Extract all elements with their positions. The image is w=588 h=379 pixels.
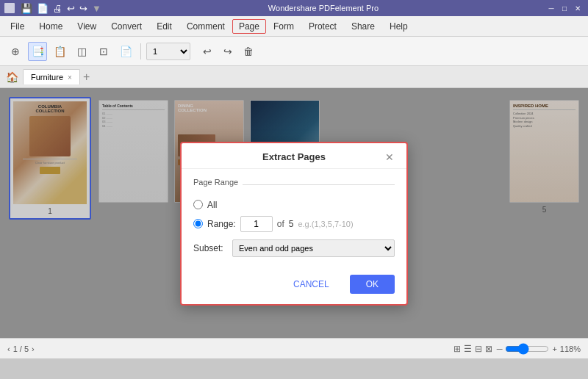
page-number-select[interactable]: 1 [146,43,190,60]
menu-comment[interactable]: Comment [179,18,232,35]
close-button[interactable]: ✕ [572,3,584,13]
range-hint: e.g.(1,3,5,7-10) [298,220,353,228]
page-info: 1 / 5 [13,344,29,353]
toolbar-btn-6[interactable]: 📄 [116,42,135,61]
toolbar-separator [140,43,141,59]
tab-bar: 🏠 Furniture × + [0,66,588,88]
dialog-overlay: Extract Pages ✕ Page Range All Range: [0,88,588,358]
range-of-label: of [277,219,284,229]
grid-view-icon[interactable]: ⊟ [475,344,482,354]
tab-close-button[interactable]: × [68,73,72,82]
range-radio[interactable] [193,219,203,228]
status-left: ‹ 1 / 5 › [7,344,35,353]
all-radio-label[interactable]: All [207,200,217,210]
undo-button[interactable]: ↩ [198,42,217,61]
app-icon [4,3,15,13]
thumbnail-view-icon[interactable]: ⊞ [453,344,461,354]
toolbar-btn-4[interactable]: ◫ [72,42,91,61]
main-content: COLUMBIACOLLECTION Chair furniture produ… [0,88,588,358]
toolbar-btn-1[interactable]: ⊕ [6,42,25,61]
tab-label: Furniture [31,73,63,82]
range-radio-label[interactable]: Range: [207,219,236,229]
subset-label: Subset: [193,243,226,253]
delete-button[interactable]: 🗑 [239,42,258,61]
new-tab-button[interactable]: + [83,71,90,84]
zoom-level: 118% [560,344,581,353]
home-icon[interactable]: 🏠 [6,71,18,83]
zoom-minus[interactable]: ─ [497,344,503,353]
status-right: ⊞ ☰ ⊟ ⊠ ─ + 118% [453,343,581,355]
maximize-button[interactable]: □ [559,3,570,13]
menu-convert[interactable]: Convert [104,18,149,35]
menu-bar: File Home View Convert Edit Comment Page… [0,16,588,37]
list-view-icon[interactable]: ☰ [464,344,472,354]
status-icons: ⊞ ☰ ⊟ ⊠ [453,344,492,354]
cancel-button[interactable]: CANCEL [279,275,344,294]
title-bar-left: 💾 📄 🖨 ↩ ↪ ▼ [4,3,101,14]
dialog-header: Extract Pages ✕ [182,143,406,169]
dialog-close-button[interactable]: ✕ [383,151,396,164]
menu-edit[interactable]: Edit [149,18,179,35]
toolbar-nav: ↩ ↪ 🗑 [198,42,258,61]
subset-row: Subset: Even and odd pages Even pages on… [193,239,395,257]
window-title: Wondershare PDFelement Pro [101,4,545,12]
range-total: 5 [289,219,294,229]
subset-select[interactable]: Even and odd pages Even pages only Odd p… [232,239,395,257]
redo-button[interactable]: ↪ [218,42,237,61]
range-radio-row: Range: of 5 e.g.(1,3,5,7-10) [193,216,395,232]
menu-help[interactable]: Help [382,18,415,35]
layout-view-icon[interactable]: ⊠ [485,344,492,354]
window-controls[interactable]: ─ □ ✕ [545,3,584,13]
menu-file[interactable]: File [3,18,32,35]
toolbar-btn-5[interactable]: ⊡ [94,42,113,61]
zoom-control: ─ + 118% [497,343,581,355]
all-radio-row: All [193,200,395,210]
dialog-footer: CANCEL OK [182,269,406,304]
dialog-body: Page Range All Range: of 5 e.g.(1,3,5,7-… [182,169,406,269]
menu-protect[interactable]: Protect [301,18,344,35]
page-range-section: Page Range [193,178,395,192]
tab-furniture[interactable]: Furniture × [23,69,80,84]
toolbar-btn-3[interactable]: 📋 [50,42,69,61]
ok-button[interactable]: OK [350,275,395,294]
menu-home[interactable]: Home [32,18,70,35]
menu-view[interactable]: View [70,18,104,35]
status-bar: ‹ 1 / 5 › ⊞ ☰ ⊟ ⊠ ─ + 118% [0,338,588,358]
nav-next[interactable]: › [32,344,35,353]
title-bar: 💾 📄 🖨 ↩ ↪ ▼ Wondershare PDFelement Pro ─… [0,0,588,16]
menu-form[interactable]: Form [266,18,301,35]
page-range-label: Page Range [193,178,238,187]
minimize-button[interactable]: ─ [545,3,557,13]
menu-page[interactable]: Page [232,19,266,34]
nav-prev[interactable]: ‹ [7,344,10,353]
zoom-plus[interactable]: + [552,344,556,353]
range-input[interactable] [240,216,273,232]
toolbar: ⊕ 📑 📋 ◫ ⊡ 📄 1 ↩ ↪ 🗑 [0,37,588,66]
dialog-title: Extract Pages [205,151,383,162]
extract-pages-dialog: Extract Pages ✕ Page Range All Range: [180,142,408,306]
toolbar-btn-2[interactable]: 📑 [28,42,47,61]
all-radio[interactable] [193,200,203,209]
menu-share[interactable]: Share [344,18,382,35]
zoom-slider[interactable] [505,343,549,355]
